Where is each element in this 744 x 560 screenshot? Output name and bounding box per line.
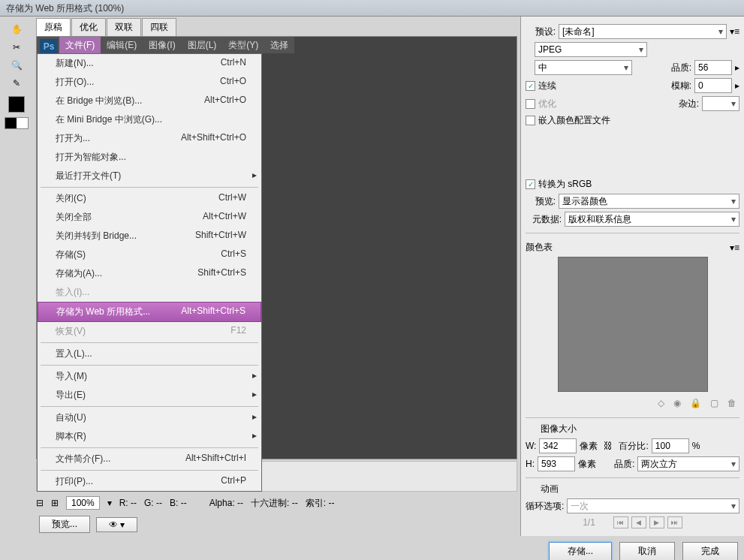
- ps-logo-icon: Ps: [40, 39, 58, 54]
- menu-item[interactable]: 导出(E)▸: [38, 386, 261, 405]
- hand-tool-icon[interactable]: ✋: [8, 21, 26, 38]
- preview-label: 预览:: [526, 195, 556, 208]
- format-select[interactable]: JPEG: [535, 42, 647, 57]
- zoom-minus-icon[interactable]: ⊟: [36, 498, 44, 508]
- blur-stepper-icon[interactable]: ▸: [735, 80, 739, 91]
- preset-label: 预设:: [526, 26, 556, 38]
- menu-type[interactable]: 类型(Y): [222, 37, 264, 54]
- window-titlebar: 存储为 Web 所用格式 (100%): [0, 0, 744, 17]
- menu-item[interactable]: 新建(N)...Ctrl+N: [38, 54, 261, 73]
- menu-item[interactable]: 存储为(A)...Shift+Ctrl+S: [38, 264, 261, 283]
- bottom-status: ⊟ ⊞ 100% ▾ R: -- G: -- B: -- Alpha: -- 十…: [33, 493, 520, 513]
- menu-edit[interactable]: 编辑(E): [101, 37, 143, 54]
- menu-item: 签入(I)...: [38, 283, 261, 302]
- link-icon[interactable]: ⛓: [604, 441, 613, 451]
- menu-image[interactable]: 图像(I): [143, 37, 181, 54]
- preset-menu-icon[interactable]: ▾≡: [730, 26, 739, 37]
- frame-indicator: 1/1: [583, 517, 595, 528]
- tab-4up[interactable]: 四联: [142, 18, 176, 36]
- blur-label: 模糊:: [671, 80, 691, 92]
- menu-item[interactable]: 存储为 Web 所用格式...Alt+Shift+Ctrl+S: [38, 302, 261, 322]
- ps-menubar: Ps 文件(F) 编辑(E) 图像(I) 图层(L) 类型(Y) 选择 新建(N…: [37, 37, 294, 53]
- preset-select[interactable]: [未命名]: [559, 24, 727, 39]
- last-frame-icon: ⏭: [667, 516, 682, 528]
- menu-item[interactable]: 自动(U)▸: [38, 408, 261, 427]
- canvas-area: Ps 文件(F) 编辑(E) 图像(I) 图层(L) 类型(Y) 选择 新建(N…: [36, 36, 517, 459]
- left-toolbar: ✋ ✂ 🔍 ✎: [0, 17, 33, 536]
- zoom-tool-icon[interactable]: 🔍: [8, 57, 26, 74]
- resample-select[interactable]: 两次立方: [637, 456, 739, 471]
- tab-2up[interactable]: 双联: [107, 18, 141, 36]
- matte-label: 杂边:: [679, 98, 699, 110]
- width-input[interactable]: [539, 438, 577, 453]
- menu-select[interactable]: 选择: [264, 37, 294, 54]
- menu-item[interactable]: 脚本(R)▸: [38, 427, 261, 446]
- anim-label: 动画: [541, 483, 739, 495]
- save-button[interactable]: 存储...: [549, 542, 612, 560]
- imagesize-label: 图像大小: [541, 423, 739, 435]
- menu-item[interactable]: 关闭(C)Ctrl+W: [38, 189, 261, 208]
- tab-optimized[interactable]: 优化: [71, 18, 106, 36]
- eyedropper-tool-icon[interactable]: ✎: [8, 75, 26, 92]
- preview-select[interactable]: 显示器颜色: [559, 194, 739, 209]
- ct-icon-1[interactable]: ◇: [658, 398, 664, 408]
- menu-item: 恢复(V)F12: [38, 322, 261, 341]
- menu-item[interactable]: 在 Mini Bridge 中浏览(G)...: [38, 110, 261, 129]
- progressive-checkbox[interactable]: ✓: [526, 81, 535, 91]
- ct-lock-icon[interactable]: 🔒: [690, 398, 701, 408]
- ct-icon-4[interactable]: ▢: [710, 398, 718, 408]
- file-dropdown: 新建(N)...Ctrl+N打开(O)...Ctrl+O在 Bridge 中浏览…: [37, 53, 262, 492]
- colortable-menu-icon[interactable]: ▾≡: [730, 242, 739, 253]
- blur-input[interactable]: [694, 78, 732, 93]
- menu-item[interactable]: 最近打开文件(T)▸: [38, 167, 261, 185]
- menu-item[interactable]: 打开为智能对象...: [38, 148, 261, 167]
- slice-visibility-icon[interactable]: [5, 117, 29, 129]
- ct-icon-2[interactable]: ◉: [673, 398, 681, 408]
- metadata-label: 元数据:: [526, 213, 562, 226]
- quality-input[interactable]: [694, 60, 732, 75]
- percent-input[interactable]: [652, 438, 689, 453]
- slice-tool-icon[interactable]: ✂: [8, 39, 26, 56]
- menu-item[interactable]: 打印(P)...Ctrl+P: [38, 472, 261, 491]
- menu-item[interactable]: 关闭并转到 Bridge...Shift+Ctrl+W: [38, 227, 261, 245]
- zoom-plus-icon[interactable]: ⊞: [51, 498, 59, 508]
- preview-button[interactable]: 预览...: [39, 516, 90, 533]
- ct-trash-icon[interactable]: 🗑: [727, 398, 736, 408]
- srgb-checkbox[interactable]: ✓: [526, 179, 535, 189]
- quality-stepper-icon[interactable]: ▸: [735, 62, 739, 73]
- metadata-select[interactable]: 版权和联系信息: [565, 212, 739, 227]
- menu-item[interactable]: 置入(L)...: [38, 345, 261, 363]
- loop-select: 一次: [567, 498, 739, 513]
- cancel-button[interactable]: 取消: [619, 542, 675, 560]
- colortable-label: 颜色表: [526, 241, 553, 254]
- footer: 存储... 取消 完成: [0, 536, 744, 560]
- menu-item[interactable]: 在 Bridge 中浏览(B)...Alt+Ctrl+O: [38, 92, 261, 110]
- quality-preset-select[interactable]: 中: [535, 60, 632, 75]
- matte-select[interactable]: [702, 96, 739, 111]
- first-frame-icon: ⏮: [613, 516, 628, 528]
- menu-layer[interactable]: 图层(L): [182, 37, 223, 54]
- tab-original[interactable]: 原稿: [36, 18, 71, 36]
- menu-file[interactable]: 文件(F): [59, 37, 101, 54]
- optimize-checkbox[interactable]: [526, 99, 535, 109]
- quality-label: 品质:: [671, 62, 691, 74]
- foreground-swatch[interactable]: [8, 96, 25, 113]
- window-title: 存储为 Web 所用格式 (100%): [6, 3, 124, 14]
- next-frame-icon: ▶: [649, 516, 664, 528]
- prev-frame-icon: ◀: [631, 516, 646, 528]
- view-tabs: 原稿 优化 双联 四联: [33, 17, 520, 36]
- menu-item[interactable]: 导入(M)▸: [38, 367, 261, 386]
- menu-item[interactable]: 关闭全部Alt+Ctrl+W: [38, 208, 261, 227]
- right-panel: 预设: [未命名] ▾≡ JPEG 中 品质: ▸ ✓ 连续 模糊: ▸ 优化 …: [520, 17, 744, 536]
- embed-checkbox[interactable]: [526, 116, 535, 125]
- zoom-dropdown-icon[interactable]: ▾: [107, 498, 112, 508]
- browser-preview-icon[interactable]: 👁 ▾: [96, 517, 137, 532]
- zoom-input[interactable]: 100%: [66, 496, 100, 510]
- done-button[interactable]: 完成: [682, 542, 738, 560]
- menu-item[interactable]: 存储(S)Ctrl+S: [38, 245, 261, 264]
- height-input[interactable]: [538, 456, 575, 471]
- menu-item[interactable]: 文件简介(F)...Alt+Shift+Ctrl+I: [38, 450, 261, 468]
- color-table: [558, 257, 708, 392]
- menu-item[interactable]: 打开(O)...Ctrl+O: [38, 73, 261, 92]
- menu-item[interactable]: 打开为...Alt+Shift+Ctrl+O: [38, 129, 261, 148]
